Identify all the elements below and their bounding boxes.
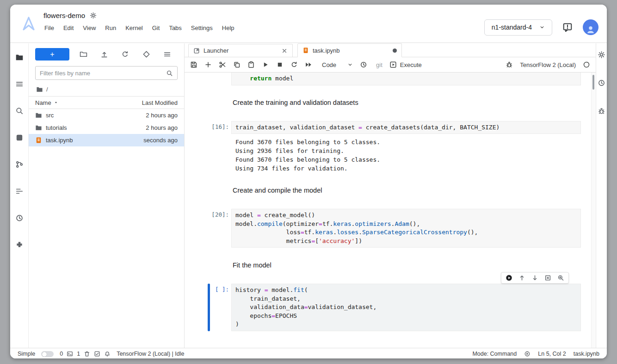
code-editor[interactable]: model = create_model() model.compile(opt…: [231, 209, 581, 248]
menu-file[interactable]: File: [43, 23, 59, 33]
person-icon: [586, 24, 596, 35]
cell-collapser[interactable]: [208, 186, 210, 194]
run-all-icon[interactable]: [305, 61, 312, 68]
checkbox-icon[interactable]: [94, 351, 100, 357]
menubar: FileEditViewRunKernelGitTabsSettingsHelp: [43, 23, 239, 33]
save-icon[interactable]: [190, 61, 197, 68]
cell-collapser[interactable]: [208, 98, 210, 106]
zoom-cell-icon[interactable]: [557, 274, 564, 281]
cell-collapser[interactable]: [208, 121, 210, 134]
refresh-icon[interactable]: [290, 61, 298, 68]
markdown-cell[interactable]: Fit the model: [231, 261, 581, 269]
terminals-kernels-status[interactable]: 0 1: [60, 351, 111, 357]
cell-collapser[interactable]: [208, 261, 210, 269]
menu-tabs[interactable]: Tabs: [164, 23, 186, 33]
avatar[interactable]: [583, 19, 598, 35]
filter-files-input[interactable]: [40, 70, 163, 77]
code-editor[interactable]: train_dataset, validation_dataset = crea…: [231, 121, 581, 134]
file-browser-toolbar: +: [29, 43, 184, 62]
right-sidebar-tab-bug[interactable]: [598, 107, 605, 117]
column-header-last-modified[interactable]: Last Modified: [142, 99, 178, 106]
trash-icon[interactable]: [84, 351, 90, 357]
machine-type-label: n1-standard-4: [492, 24, 532, 31]
sidebar-tab-history[interactable]: [10, 209, 29, 227]
menu-help[interactable]: Help: [217, 23, 239, 33]
sidebar-tab-toc[interactable]: [10, 182, 29, 200]
copy-icon[interactable]: [233, 61, 241, 68]
execution-count: [ ]:: [211, 284, 231, 331]
sidebar-tab-search[interactable]: [10, 102, 29, 120]
menu-run[interactable]: Run: [100, 23, 121, 33]
add-icon[interactable]: [204, 61, 212, 68]
tab-bar: Launchertask.ipynb: [185, 43, 596, 57]
cursor-position[interactable]: Ln 5, Col 2: [538, 351, 566, 357]
right-sidebar-tab-history[interactable]: [598, 79, 605, 89]
simple-mode-toggle[interactable]: [41, 351, 54, 357]
menu-settings[interactable]: Settings: [186, 23, 217, 33]
code-editor[interactable]: history = model.fit( train_dataset, vali…: [231, 284, 581, 331]
clone-icon[interactable]: [142, 50, 150, 58]
sidebar-tab-dark-square[interactable]: [10, 128, 29, 147]
instance-settings-gear-icon[interactable]: [90, 12, 97, 19]
move-down-icon[interactable]: [531, 274, 538, 281]
upload-icon[interactable]: [100, 50, 108, 58]
delete-cell-icon[interactable]: [544, 274, 551, 281]
schedule-clock-icon[interactable]: [360, 61, 367, 68]
debugger-bug-icon[interactable]: [506, 61, 513, 68]
code-cell: [ ]:history = model.fit( train_dataset, …: [208, 284, 581, 331]
cell-type-select[interactable]: Code: [322, 61, 353, 68]
list-icon: [15, 80, 24, 88]
kernel-idle-circle-icon[interactable]: [583, 61, 590, 68]
machine-type-dropdown[interactable]: n1-standard-4: [484, 19, 552, 36]
paste-icon[interactable]: [247, 61, 255, 68]
code-editor[interactable]: return model: [231, 73, 581, 85]
kernel-status-text[interactable]: TensorFlow 2 (Local) | Idle: [117, 351, 184, 357]
execute-button[interactable]: Execute: [389, 61, 422, 68]
file-row-tutorials[interactable]: tutorials2 hours ago: [29, 121, 184, 134]
sidebar-tab-folder[interactable]: [10, 48, 29, 67]
markdown-cell[interactable]: Create and compile the model: [231, 186, 581, 194]
stop-icon[interactable]: [276, 61, 284, 68]
extensions-icon: [15, 241, 24, 249]
file-row-task.ipynb[interactable]: task.ipynbseconds ago: [29, 134, 184, 146]
move-up-icon[interactable]: [518, 274, 525, 281]
menu-kernel[interactable]: Kernel: [121, 23, 148, 33]
menu-view[interactable]: View: [78, 23, 100, 33]
sidebar-tab-extensions[interactable]: [10, 236, 29, 254]
file-browser-actions: [73, 50, 178, 58]
sidebar-tab-git[interactable]: [10, 155, 29, 174]
right-sidebar-tab-gear[interactable]: [598, 51, 605, 61]
run-icon[interactable]: [262, 61, 269, 68]
cell-output: Found 3670 files belonging to 5 classes.…: [231, 137, 581, 173]
menu-git[interactable]: Git: [148, 23, 165, 33]
folder-icon[interactable]: [36, 86, 43, 93]
new-launcher-button[interactable]: +: [35, 48, 69, 61]
cell-collapser[interactable]: [208, 73, 210, 85]
kernels-count: 1: [77, 351, 80, 357]
kernel-name[interactable]: TensorFlow 2 (Local): [520, 61, 576, 68]
tab-launcher[interactable]: Launcher: [188, 44, 293, 57]
column-header-name[interactable]: Name: [35, 99, 142, 106]
new-folder-icon[interactable]: [80, 50, 87, 58]
git-label[interactable]: git: [376, 61, 383, 68]
cell-collapser[interactable]: [208, 284, 210, 331]
list-icon[interactable]: [163, 50, 171, 58]
refresh-icon[interactable]: [121, 50, 129, 58]
close-icon[interactable]: [281, 48, 288, 54]
git-icon: [15, 160, 24, 169]
cut-icon[interactable]: [219, 61, 226, 68]
bell-icon[interactable]: [104, 351, 111, 357]
breadcrumb-root[interactable]: /: [46, 86, 48, 93]
scrollbar-track[interactable]: [591, 73, 595, 348]
run-cell-icon[interactable]: [506, 274, 512, 281]
tab-task-ipynb[interactable]: task.ipynb: [297, 43, 402, 57]
sidebar-tab-list[interactable]: [10, 75, 29, 93]
feedback-icon[interactable]: [562, 22, 573, 32]
notifications-icon[interactable]: [524, 351, 531, 357]
menu-edit[interactable]: Edit: [59, 23, 78, 33]
scrollbar-thumb[interactable]: [592, 75, 594, 90]
file-row-src[interactable]: src2 hours ago: [29, 109, 184, 121]
status-bar-right: Mode: Command Ln 5, Col 2 task.ipynb: [472, 351, 599, 357]
markdown-cell[interactable]: Create the training and validation datas…: [231, 98, 581, 106]
cell-collapser[interactable]: [208, 209, 210, 248]
